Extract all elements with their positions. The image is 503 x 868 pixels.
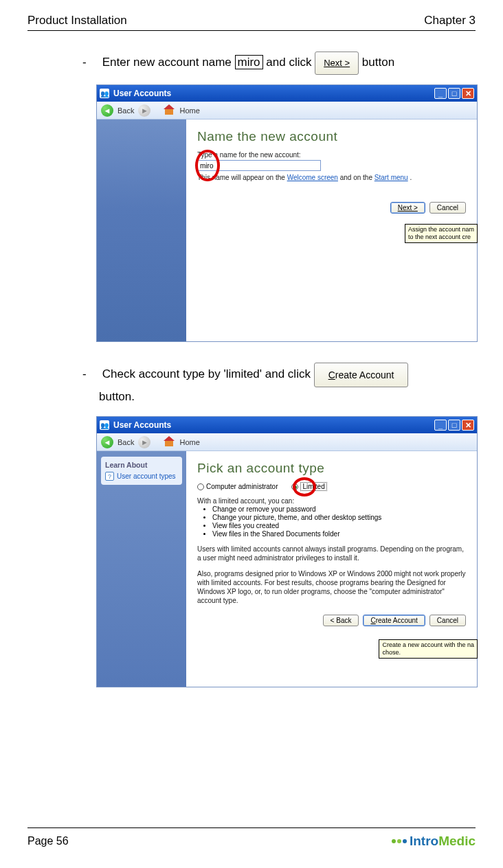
brand-dots-icon — [392, 839, 407, 843]
nav-back-label[interactable]: Back — [118, 438, 134, 446]
link-welcome-screen[interactable]: Welcome screen — [287, 174, 338, 181]
list-item: View files in the Shared Documents folde… — [212, 530, 466, 538]
learn-about-title: Learn About — [105, 461, 178, 469]
wizard-main: Pick an account type Computer administra… — [186, 451, 477, 687]
next-button[interactable]: Next > — [390, 202, 425, 214]
input-label: Type a name for the new account: — [197, 151, 466, 159]
header-left: Product Installation — [27, 14, 127, 27]
sidebar — [97, 119, 186, 341]
user-accounts-icon: 👥 — [100, 420, 109, 430]
forward-icon: ► — [138, 436, 150, 448]
learn-link-label: User account types — [117, 472, 176, 480]
list-item: View files you created — [212, 522, 466, 529]
back-icon[interactable]: ◄ — [101, 436, 113, 448]
instr1-mid: and click — [266, 56, 315, 69]
home-icon[interactable] — [163, 104, 175, 117]
tooltip-assign-name: Assign the account nam to the next accou… — [405, 224, 478, 243]
nav-home-label[interactable]: Home — [179, 438, 199, 446]
instruction-account-type: - Check account type by 'limited' and cl… — [82, 363, 467, 407]
close-icon[interactable]: ✕ — [462, 420, 474, 431]
page-header: Product Installation Chapter 3 — [27, 14, 476, 31]
help-icon: ? — [105, 472, 114, 481]
page-number: Page 56 — [27, 835, 69, 847]
brand-intro: Intro — [410, 834, 438, 849]
account-name-input[interactable] — [197, 160, 321, 171]
window-title: User Accounts — [113, 420, 171, 430]
hint-pre: This name will appear on the — [197, 174, 287, 181]
hint-post: . — [410, 174, 412, 181]
tooltip-create-account: Create a new account with the na chose. — [379, 639, 478, 659]
screenshot-name-account: 👥 User Accounts _ □ ✕ ◄ Back ► Home Name… — [96, 84, 478, 342]
create-account-button[interactable]: Create Account — [363, 615, 425, 626]
user-accounts-icon: 👥 — [100, 89, 109, 98]
nav-toolbar: ◄ Back ► Home — [97, 433, 477, 451]
tooltip-line1: Assign the account nam — [408, 226, 474, 233]
next-button-label: Next > — [398, 204, 418, 212]
maximize-icon[interactable]: □ — [448, 420, 460, 431]
window-title: User Accounts — [113, 89, 171, 98]
wizard-main: Name the new account Type a name for the… — [186, 119, 477, 341]
tooltip-line2: chose. — [382, 649, 401, 656]
capabilities-list: Change or remove your password Change yo… — [197, 505, 466, 538]
list-item: Change or remove your password — [212, 505, 466, 513]
hint-text: This name will appear on the Welcome scr… — [197, 174, 466, 181]
help-link-account-types[interactable]: ? User account types — [105, 472, 178, 481]
list-item: Change your picture, theme, and other de… — [212, 514, 466, 521]
back-icon[interactable]: ◄ — [101, 104, 113, 117]
instr1-boxed-miro: miro — [235, 55, 263, 69]
back-button[interactable]: < Back — [323, 615, 359, 626]
minimize-icon[interactable]: _ — [434, 88, 447, 99]
link-start-menu[interactable]: Start menu — [375, 174, 408, 181]
tooltip-line1: Create a new account with the na — [382, 641, 474, 648]
instr2-pre: Check account type by 'limited' and clic… — [102, 367, 314, 380]
window-titlebar: 👥 User Accounts _ □ ✕ — [97, 417, 477, 433]
page-footer: Page 56 IntroMedic — [27, 827, 476, 849]
learn-about-panel: Learn About ? User account types — [101, 457, 182, 485]
limited-intro: With a limited account, you can: — [197, 497, 466, 505]
instr1-pre: Enter new account name — [102, 56, 235, 69]
radio-admin-label: Computer administrator — [206, 483, 278, 490]
instr2-post: button. — [99, 390, 135, 403]
sidebar: Learn About ? User account types — [97, 451, 186, 687]
nav-toolbar: ◄ Back ► Home — [97, 102, 477, 119]
screenshot-account-type: 👥 User Accounts _ □ ✕ ◄ Back ► Home Lear… — [96, 416, 478, 687]
instruction-enter-name: - Enter new account name miro and click … — [82, 52, 476, 75]
hint-mid: and on the — [340, 174, 375, 181]
note-install: Users with limited accounts cannot alway… — [197, 545, 466, 562]
window-titlebar: 👥 User Accounts _ □ ✕ — [97, 85, 477, 102]
instr1-post: button — [362, 56, 394, 69]
nav-home-label[interactable]: Home — [179, 106, 199, 115]
nav-back-label[interactable]: Back — [118, 106, 134, 115]
header-right: Chapter 3 — [424, 14, 476, 27]
inline-next-label: Next > — [324, 58, 350, 68]
wizard-heading: Name the new account — [197, 129, 466, 144]
radio-limited[interactable]: Limited — [291, 483, 326, 490]
inline-create-label: reate Account — [335, 369, 394, 380]
wizard-heading: Pick an account type — [197, 461, 466, 476]
inline-create-account-graphic: Create Account — [314, 363, 409, 387]
brand-logo: IntroMedic — [392, 834, 476, 849]
close-icon[interactable]: ✕ — [462, 88, 474, 99]
forward-icon: ► — [138, 104, 150, 117]
radio-admin[interactable]: Computer administrator — [197, 483, 278, 490]
brand-medic: Medic — [438, 834, 476, 849]
cancel-button[interactable]: Cancel — [429, 202, 466, 214]
tooltip-line2: to the next account cre — [408, 233, 471, 240]
home-icon[interactable] — [163, 436, 175, 448]
inline-next-button-graphic: Next > — [315, 52, 359, 75]
note-compat: Also, programs designed prior to Windows… — [197, 569, 466, 605]
cancel-button[interactable]: Cancel — [429, 615, 466, 626]
radio-limited-label: Limited — [300, 482, 326, 491]
minimize-icon[interactable]: _ — [434, 420, 447, 431]
maximize-icon[interactable]: □ — [448, 88, 460, 99]
